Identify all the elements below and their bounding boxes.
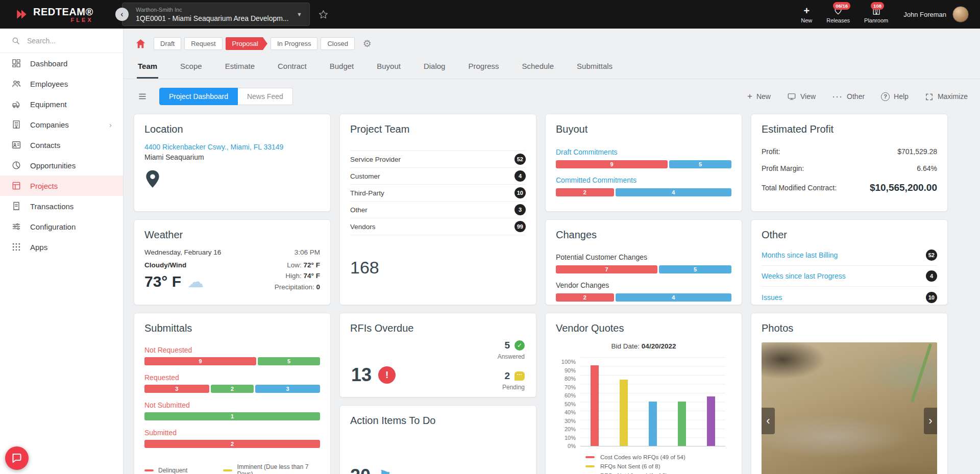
- tab-estimate[interactable]: Estimate: [224, 59, 256, 79]
- project-company: Warthon-Smith Inc: [136, 7, 291, 13]
- sidebar-item-companies[interactable]: Companies ›: [0, 114, 123, 135]
- bar-segment: 5: [659, 265, 731, 273]
- sidebar-item-configuration[interactable]: Configuration: [0, 216, 123, 237]
- team-row[interactable]: Vendors 99: [350, 218, 526, 235]
- bar-segment: 2: [144, 440, 320, 448]
- draft-commitments-link[interactable]: Draft Commitments: [556, 148, 731, 156]
- submittals-not-requested-link[interactable]: Not Requested: [144, 346, 320, 354]
- team-row[interactable]: Other 3: [350, 202, 526, 218]
- months-since-billing-link[interactable]: Months since last Billing: [762, 251, 838, 259]
- new-widget-button[interactable]: + New: [747, 91, 771, 102]
- other-button[interactable]: ··· Other: [832, 92, 865, 101]
- project-team-card: Project Team Service Provider 52 Custome…: [339, 114, 536, 305]
- new-button[interactable]: + New: [801, 6, 812, 23]
- tab-buyout[interactable]: Buyout: [376, 59, 402, 79]
- bid-date-value: 04/20/2022: [642, 342, 676, 350]
- gear-icon[interactable]: ⚙: [363, 38, 372, 49]
- vq-plot: [580, 357, 725, 446]
- sidebar-item-projects[interactable]: Projects: [0, 176, 123, 196]
- tab-dialog[interactable]: Dialog: [423, 59, 447, 79]
- user-name[interactable]: John Foreman: [903, 11, 946, 18]
- sidebar-item-opportunities[interactable]: Opportunities: [0, 155, 123, 176]
- status-tab-draft[interactable]: Draft: [154, 37, 181, 50]
- action-items-count: 20: [350, 465, 371, 474]
- releases-label: Releases: [826, 17, 850, 23]
- project-name: 1QE0001 - Miami Seaquarium Area Developm…: [136, 14, 291, 22]
- sidebar-item-label: Equipment: [30, 100, 67, 109]
- tab-contract[interactable]: Contract: [277, 59, 308, 79]
- projects-icon: [11, 181, 21, 191]
- status-tab-request[interactable]: Request: [184, 37, 222, 50]
- buyout-bar: 24: [556, 188, 731, 196]
- submittals-requested-link[interactable]: Requested: [144, 373, 320, 382]
- tab-progress[interactable]: Progress: [467, 59, 500, 79]
- committed-commitments-link[interactable]: Committed Commitments: [556, 176, 731, 184]
- tab-budget[interactable]: Budget: [329, 59, 355, 79]
- sidebar-item-dashboard[interactable]: Dashboard: [0, 53, 123, 73]
- count-badge: 10: [514, 187, 526, 198]
- team-row[interactable]: Service Provider 52: [350, 151, 526, 168]
- tab-team[interactable]: Team: [137, 59, 158, 79]
- flag-icon: ⚑: [378, 468, 392, 474]
- logo-secondary: FLEX: [33, 17, 93, 23]
- team-row[interactable]: Customer 4: [350, 168, 526, 185]
- photo-next-button[interactable]: ›: [924, 408, 937, 434]
- project-selector[interactable]: Warthon-Smith Inc 1QE0001 - Miami Seaqua…: [122, 3, 310, 26]
- releases-button[interactable]: 06/16 Releases: [826, 6, 850, 23]
- bar-segment: 4: [616, 293, 731, 302]
- tab-scope[interactable]: Scope: [179, 59, 203, 79]
- menu-icon[interactable]: [137, 92, 148, 101]
- chat-widget-button[interactable]: [5, 446, 29, 470]
- favorite-star-icon[interactable]: [318, 9, 329, 20]
- legend-item: Imminent (Due less than 7 Days): [223, 463, 320, 474]
- customer-changes-label: Potential Customer Changes: [556, 253, 731, 261]
- search-input[interactable]: [27, 37, 104, 45]
- view-monitor-icon: [787, 92, 796, 101]
- back-button[interactable]: ‹: [115, 8, 129, 21]
- rfis-overdue-count: 13: [351, 364, 372, 386]
- maximize-icon: [925, 92, 934, 101]
- submittals-legend: DelinquentImminent (Due less than 7 Days…: [144, 463, 320, 474]
- sidebar-item-equipment[interactable]: Equipment: [0, 94, 123, 114]
- team-row[interactable]: Third-Party 10: [350, 185, 526, 202]
- project-dashboard-button[interactable]: Project Dashboard: [159, 88, 238, 105]
- tab-schedule[interactable]: Schedule: [521, 59, 555, 79]
- tab-submittals[interactable]: Submittals: [576, 59, 614, 79]
- submittals-bar: 1: [144, 412, 320, 420]
- avatar[interactable]: [952, 6, 969, 22]
- news-feed-button[interactable]: News Feed: [238, 88, 293, 105]
- maximize-button[interactable]: Maximize: [925, 92, 968, 101]
- submittals-submitted-link[interactable]: Submitted: [144, 429, 320, 437]
- submittals-bar: 323: [144, 385, 320, 393]
- issues-link[interactable]: Issues: [762, 293, 782, 302]
- map-pin-icon[interactable]: [144, 169, 161, 189]
- search-icon: [11, 36, 20, 45]
- sidebar-item-employees[interactable]: Employees: [0, 73, 123, 94]
- sidebar-item-transactions[interactable]: Transactions: [0, 196, 123, 216]
- chart-bar: [591, 365, 599, 446]
- profit-margin-label: Profit Margin:: [762, 164, 804, 172]
- submittals-not-submitted-link[interactable]: Not Submitted: [144, 401, 320, 409]
- sidebar-item-apps[interactable]: Apps: [0, 237, 123, 257]
- planroom-button[interactable]: 108 Planroom: [864, 6, 888, 23]
- status-tab-closed[interactable]: Closed: [321, 37, 354, 50]
- location-address-link[interactable]: 4400 Rickenbacker Cswy., Miami, FL 33149: [144, 143, 320, 151]
- home-icon[interactable]: [135, 38, 146, 49]
- equipment-icon: [11, 99, 21, 109]
- chart-bar: [620, 380, 628, 446]
- help-button[interactable]: ? Help: [881, 92, 909, 101]
- photo-prev-button[interactable]: ‹: [762, 408, 775, 434]
- weeks-since-progress-link[interactable]: Weeks since last Progress: [762, 272, 846, 280]
- sidebar-item-contacts[interactable]: Contacts: [0, 135, 123, 155]
- contacts-icon: [11, 140, 21, 150]
- status-tab-in-progress[interactable]: In Progress: [271, 37, 317, 50]
- photos-card: Photos ‹ ›: [751, 313, 948, 474]
- buyout-card: Buyout Draft Commitments 95 Committed Co…: [545, 114, 742, 212]
- module-tabs: Team Scope Estimate Contract Budget Buyo…: [124, 55, 980, 79]
- view-button[interactable]: View: [787, 92, 816, 101]
- vq-legend: Cost Codes w/o RFQs (49 of 54)RFQs Not S…: [585, 454, 731, 474]
- configuration-icon: [11, 221, 21, 232]
- apps-icon: [11, 242, 21, 252]
- card-title: RFIs Overdue: [350, 322, 526, 334]
- status-tab-proposal[interactable]: Proposal: [226, 37, 267, 50]
